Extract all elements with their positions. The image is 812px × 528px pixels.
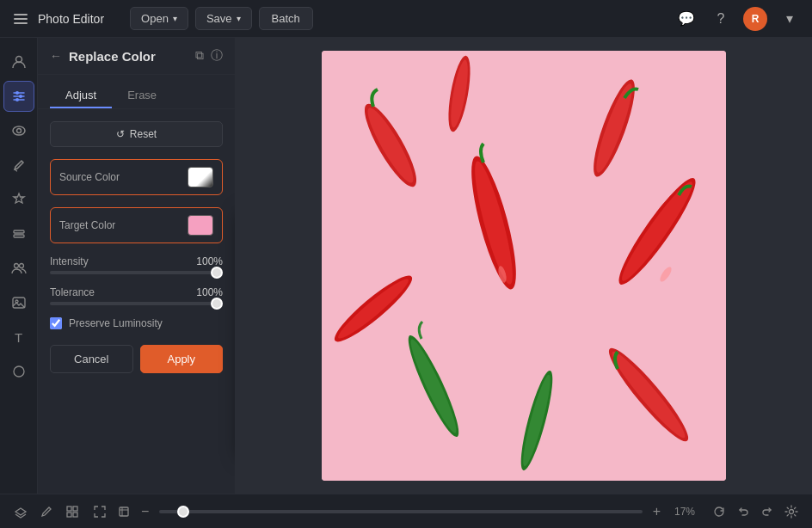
icon-sidebar: T <box>0 38 38 494</box>
reset-icon: ↺ <box>116 128 125 140</box>
main: T ← Replace Color ⧉ ⓘ Adjust Erase ↺ Res… <box>0 38 812 494</box>
svg-rect-42 <box>120 507 128 516</box>
svg-rect-6 <box>14 230 24 233</box>
svg-point-4 <box>13 126 25 135</box>
bottombar-left <box>14 505 79 519</box>
svg-rect-38 <box>67 507 71 511</box>
save-button[interactable]: Save ▾ <box>195 7 252 30</box>
open-button[interactable]: Open ▾ <box>130 7 188 30</box>
intensity-slider[interactable] <box>50 271 223 274</box>
zoom-slider[interactable] <box>159 510 642 513</box>
target-color-row: Target Color <box>59 215 213 236</box>
preserve-luminosity-row: Preserve Luminosity <box>50 317 223 329</box>
bottombar: − + 17% <box>0 494 812 528</box>
sidebar-icon-person[interactable] <box>3 46 34 77</box>
svg-point-1 <box>15 91 19 95</box>
canvas-area <box>236 38 812 494</box>
sidebar-icon-shape[interactable] <box>3 356 34 387</box>
tolerance-row: Tolerance 100% <box>50 286 223 305</box>
preserve-luminosity-checkbox[interactable] <box>50 317 62 329</box>
app-title: Photo Editor <box>38 12 104 26</box>
sidebar-icon-eye[interactable] <box>3 115 34 146</box>
svg-rect-40 <box>67 513 71 517</box>
source-color-group: Source Color <box>50 159 223 195</box>
sidebar-icon-layers[interactable] <box>3 218 34 249</box>
chat-icon[interactable]: 💬 <box>674 7 698 31</box>
canvas-svg <box>322 51 726 481</box>
svg-rect-41 <box>73 513 77 517</box>
panel-body: ↺ Reset Source Color Target Color Intens… <box>38 109 235 385</box>
reset-button[interactable]: ↺ Reset <box>50 121 223 147</box>
svg-point-5 <box>16 129 21 133</box>
intensity-header: Intensity 100% <box>50 255 223 267</box>
action-buttons: Cancel Apply <box>50 345 223 373</box>
undo-icon[interactable] <box>736 505 750 519</box>
fit-icon[interactable] <box>93 505 107 519</box>
preserve-luminosity-label: Preserve Luminosity <box>69 317 163 329</box>
tolerance-value: 100% <box>196 286 223 298</box>
cancel-button[interactable]: Cancel <box>50 345 133 373</box>
panel-title: Replace Color <box>69 49 188 64</box>
canvas-image <box>322 51 726 481</box>
info-icon[interactable]: ⓘ <box>211 48 223 64</box>
source-color-swatch[interactable] <box>188 167 213 187</box>
sidebar-icon-people[interactable] <box>3 253 34 284</box>
avatar[interactable]: R <box>743 7 767 31</box>
svg-rect-39 <box>73 507 77 511</box>
tolerance-slider[interactable] <box>50 302 223 305</box>
crop-icon[interactable] <box>117 505 131 519</box>
topbar-center: Open ▾ Save ▾ Batch <box>130 7 313 30</box>
chevron-down-icon: ▾ <box>173 14 177 23</box>
tolerance-label: Tolerance <box>50 286 95 298</box>
svg-point-12 <box>14 366 24 377</box>
apply-button[interactable]: Apply <box>140 345 224 373</box>
tolerance-header: Tolerance 100% <box>50 286 223 298</box>
target-color-swatch[interactable] <box>188 215 213 236</box>
target-color-label: Target Color <box>59 219 115 231</box>
topbar-right: 💬 ? R ▾ <box>674 7 802 31</box>
source-color-label: Source Color <box>59 171 120 183</box>
svg-rect-7 <box>14 235 24 237</box>
grid-view-icon[interactable] <box>65 505 79 519</box>
batch-button[interactable]: Batch <box>259 7 313 30</box>
topbar: Photo Editor Open ▾ Save ▾ Batch 💬 ? R ▾ <box>0 0 812 38</box>
bottombar-right <box>712 505 798 519</box>
zoom-percentage: 17% <box>671 506 698 518</box>
sidebar-icon-photo[interactable] <box>3 287 34 318</box>
menu-icon[interactable] <box>10 10 31 28</box>
copy-icon[interactable]: ⧉ <box>195 48 204 64</box>
svg-point-11 <box>15 300 18 303</box>
zoom-in-icon[interactable]: + <box>653 504 661 519</box>
bottombar-center: − + 17% <box>93 504 698 519</box>
tabs: Adjust Erase <box>38 75 235 109</box>
intensity-row: Intensity 100% <box>50 255 223 274</box>
sidebar-icon-adjust[interactable] <box>3 81 34 112</box>
target-color-group: Target Color <box>50 207 223 243</box>
zoom-out-icon[interactable]: − <box>141 504 149 519</box>
svg-point-9 <box>19 264 23 268</box>
sidebar-icon-brush[interactable] <box>3 150 34 181</box>
tab-adjust[interactable]: Adjust <box>50 83 112 108</box>
back-button[interactable]: ← <box>50 49 62 63</box>
svg-point-3 <box>15 98 19 101</box>
panel-header-icons: ⧉ ⓘ <box>195 48 223 64</box>
panel-header: ← Replace Color ⧉ ⓘ <box>38 38 235 75</box>
refresh-icon[interactable] <box>712 505 726 519</box>
edit-icon[interactable] <box>40 505 53 519</box>
topbar-left: Photo Editor <box>10 10 104 28</box>
chevron-down-icon[interactable]: ▾ <box>778 7 802 31</box>
intensity-value: 100% <box>196 255 223 267</box>
svg-point-8 <box>14 264 18 268</box>
chevron-down-icon: ▾ <box>237 14 241 23</box>
svg-point-43 <box>790 509 794 513</box>
tab-erase[interactable]: Erase <box>112 83 172 108</box>
layers-icon[interactable] <box>14 505 28 519</box>
svg-point-2 <box>19 95 22 98</box>
help-icon[interactable]: ? <box>709 7 733 31</box>
settings-icon[interactable] <box>784 505 798 519</box>
redo-icon[interactable] <box>760 505 774 519</box>
sidebar-icon-magic[interactable] <box>3 184 34 215</box>
panel: ← Replace Color ⧉ ⓘ Adjust Erase ↺ Reset… <box>38 38 236 494</box>
source-color-row: Source Color <box>59 167 213 187</box>
sidebar-icon-text[interactable]: T <box>3 322 34 353</box>
